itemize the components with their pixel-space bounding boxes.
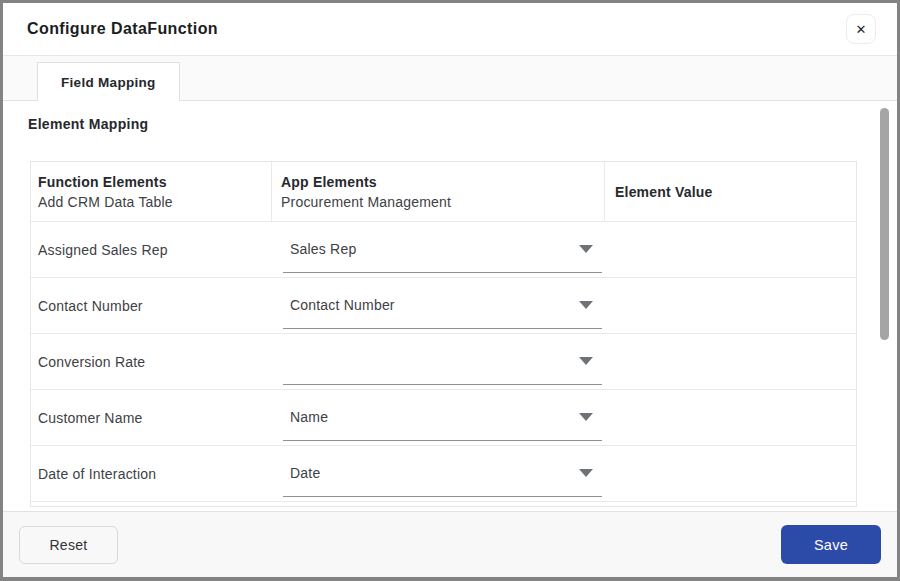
dialog-titlebar: Configure DataFunction ✕ bbox=[3, 3, 897, 56]
element-value-cell bbox=[605, 334, 856, 389]
app-element-cell: Name bbox=[272, 390, 605, 445]
table-row: Conversion Rate bbox=[31, 334, 856, 390]
element-value-cell bbox=[605, 222, 856, 277]
tab-field-mapping[interactable]: Field Mapping bbox=[37, 62, 180, 101]
chevron-down-icon bbox=[579, 469, 593, 477]
table-row: Date of Interaction Date bbox=[31, 446, 856, 502]
table-row: Contact Number Contact Number bbox=[31, 278, 856, 334]
header-function-elements: Function Elements Add CRM Data Table bbox=[31, 162, 272, 221]
app-element-cell: Contact Number bbox=[272, 278, 605, 333]
chevron-down-icon bbox=[579, 357, 593, 365]
table-header-row: Function Elements Add CRM Data Table App… bbox=[31, 162, 856, 222]
app-element-cell: Sales Rep bbox=[272, 222, 605, 277]
element-value-cell bbox=[605, 390, 856, 445]
table-row-clipped bbox=[31, 502, 856, 507]
app-element-dropdown[interactable]: Name bbox=[283, 405, 602, 441]
header-subtitle: Add CRM Data Table bbox=[38, 194, 271, 210]
reset-button[interactable]: Reset bbox=[19, 526, 118, 564]
chevron-down-icon bbox=[579, 301, 593, 309]
header-title: App Elements bbox=[281, 174, 604, 190]
header-title: Element Value bbox=[615, 184, 713, 200]
header-element-value: Element Value bbox=[605, 162, 856, 221]
app-element-cell bbox=[272, 334, 605, 389]
app-element-cell: Date bbox=[272, 446, 605, 501]
header-subtitle: Procurement Management bbox=[281, 194, 604, 210]
close-icon: ✕ bbox=[856, 23, 867, 36]
dropdown-value: Contact Number bbox=[290, 297, 395, 313]
element-value-cell bbox=[605, 278, 856, 333]
function-element-label: Conversion Rate bbox=[31, 334, 272, 389]
table-row: Customer Name Name bbox=[31, 390, 856, 446]
table-row: Assigned Sales Rep Sales Rep bbox=[31, 222, 856, 278]
section-title-element-mapping: Element Mapping bbox=[28, 116, 897, 132]
function-element-label: Customer Name bbox=[31, 390, 272, 445]
element-mapping-table: Function Elements Add CRM Data Table App… bbox=[30, 161, 857, 507]
dialog-footer: Reset Save bbox=[3, 511, 897, 577]
dropdown-value: Sales Rep bbox=[290, 241, 356, 257]
dialog-title: Configure DataFunction bbox=[27, 20, 218, 38]
function-element-label: Contact Number bbox=[31, 278, 272, 333]
element-value-cell bbox=[605, 446, 856, 501]
header-app-elements: App Elements Procurement Management bbox=[272, 162, 605, 221]
close-button[interactable]: ✕ bbox=[846, 14, 876, 44]
chevron-down-icon bbox=[579, 413, 593, 421]
vertical-scrollbar-thumb[interactable] bbox=[880, 108, 889, 340]
configure-datafunction-dialog: Configure DataFunction ✕ Field Mapping E… bbox=[0, 0, 900, 581]
tab-label: Field Mapping bbox=[61, 75, 156, 90]
tab-strip: Field Mapping bbox=[3, 56, 897, 101]
dropdown-value: Date bbox=[290, 465, 320, 481]
app-element-dropdown[interactable] bbox=[283, 349, 602, 385]
dropdown-value: Name bbox=[290, 409, 328, 425]
function-element-label: Date of Interaction bbox=[31, 446, 272, 501]
save-button[interactable]: Save bbox=[781, 525, 881, 564]
app-element-dropdown[interactable]: Sales Rep bbox=[283, 237, 602, 273]
header-title: Function Elements bbox=[38, 174, 271, 190]
function-element-label: Assigned Sales Rep bbox=[31, 222, 272, 277]
chevron-down-icon bbox=[579, 245, 593, 253]
app-element-dropdown[interactable]: Contact Number bbox=[283, 293, 602, 329]
app-element-dropdown[interactable]: Date bbox=[283, 461, 602, 497]
